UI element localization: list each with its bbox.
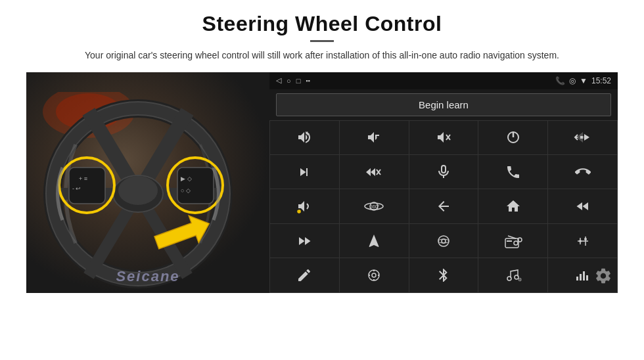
- horn-button[interactable]: [270, 189, 339, 223]
- mic-button[interactable]: [409, 155, 478, 189]
- ff-button[interactable]: [340, 155, 409, 189]
- signal-icon: ▪▪: [306, 78, 310, 84]
- settings-button[interactable]: [340, 258, 409, 292]
- svg-rect-58: [576, 277, 578, 281]
- svg-rect-59: [580, 274, 582, 281]
- svg-text:+: +: [306, 130, 310, 137]
- steering-wheel-image: + ≡ - ↩ ▶ ◇ ○ ◇: [26, 72, 269, 293]
- svg-rect-40: [505, 238, 518, 248]
- clock: 15:52: [591, 76, 611, 85]
- 360-cam-button[interactable]: 360°: [340, 189, 409, 223]
- mute-button[interactable]: [409, 121, 478, 154]
- svg-point-39: [438, 239, 449, 243]
- back-icon: ◁: [276, 76, 281, 85]
- svg-point-47: [579, 240, 582, 242]
- svg-rect-42: [507, 240, 512, 242]
- svg-point-12: [118, 176, 158, 205]
- svg-rect-27: [580, 136, 583, 139]
- hang-up-button[interactable]: [548, 155, 617, 189]
- status-bar: ◁ ○ □ ▪▪ 📞 ◎ ▼ 15:52: [269, 72, 618, 89]
- begin-learn-button[interactable]: Begin learn: [276, 93, 611, 116]
- home-icon: ○: [287, 77, 291, 85]
- svg-rect-61: [586, 275, 588, 281]
- settings-gear-icon[interactable]: [594, 267, 612, 289]
- steering-wheel-svg: + ≡ - ↩ ▶ ◇ ○ ◇: [36, 92, 246, 289]
- wifi-icon: ▼: [580, 76, 587, 85]
- svg-point-38: [442, 239, 446, 243]
- status-left: ◁ ○ □ ▪▪: [276, 76, 310, 85]
- svg-rect-60: [583, 271, 585, 281]
- svg-rect-16: [177, 168, 214, 204]
- svg-point-55: [507, 277, 511, 281]
- page-wrapper: Steering Wheel Control Your original car…: [0, 0, 644, 360]
- begin-learn-row: Begin learn: [269, 89, 618, 120]
- svg-text:▶ ◇: ▶ ◇: [181, 175, 192, 182]
- svg-point-49: [369, 270, 379, 281]
- vol-down-button[interactable]: [340, 121, 409, 154]
- svg-point-37: [438, 236, 449, 246]
- fast-forward-button[interactable]: [270, 224, 339, 258]
- eq-button[interactable]: [548, 224, 617, 258]
- watermark: Seicane: [116, 268, 179, 285]
- navigation-button[interactable]: [340, 224, 409, 258]
- svg-text:⚙: ⚙: [518, 277, 522, 282]
- controls-grid: +: [269, 120, 618, 293]
- status-right: 📞 ◎ ▼ 15:52: [555, 76, 611, 85]
- power-button[interactable]: [478, 121, 547, 154]
- svg-point-50: [372, 273, 376, 277]
- call-prev-button[interactable]: [548, 121, 617, 154]
- home-nav-button[interactable]: [478, 189, 547, 223]
- skip-next-button[interactable]: [270, 155, 339, 189]
- vol-up-button[interactable]: +: [270, 121, 339, 154]
- svg-rect-31: [442, 166, 446, 173]
- rew-button[interactable]: [548, 189, 617, 223]
- svg-text:-   ↩: - ↩: [72, 185, 81, 192]
- edit-button[interactable]: [270, 258, 339, 292]
- svg-point-48: [584, 238, 587, 240]
- bluetooth-button[interactable]: [409, 258, 478, 292]
- android-panel: ◁ ○ □ ▪▪ 📞 ◎ ▼ 15:52 Begin learn: [269, 72, 618, 293]
- eject-button[interactable]: [409, 224, 478, 258]
- back-nav-button[interactable]: [409, 189, 478, 223]
- title-divider: [310, 40, 334, 42]
- radio-button[interactable]: [478, 224, 547, 258]
- music-button[interactable]: ⚙: [478, 258, 547, 292]
- svg-text:360°: 360°: [370, 204, 380, 209]
- svg-rect-28: [306, 168, 308, 176]
- content-area: + ≡ - ↩ ▶ ◇ ○ ◇: [26, 72, 618, 360]
- phone-icon: 📞: [555, 76, 565, 85]
- svg-text:+  ≡: + ≡: [79, 175, 87, 182]
- svg-text:○ ◇: ○ ◇: [181, 187, 191, 194]
- page-title: Steering Wheel Control: [202, 12, 442, 36]
- call-button[interactable]: [478, 155, 547, 189]
- svg-point-41: [514, 241, 518, 245]
- subtitle: Your original car's steering wheel contr…: [85, 49, 559, 63]
- recents-icon: □: [296, 77, 301, 85]
- location-icon: ◎: [569, 76, 576, 85]
